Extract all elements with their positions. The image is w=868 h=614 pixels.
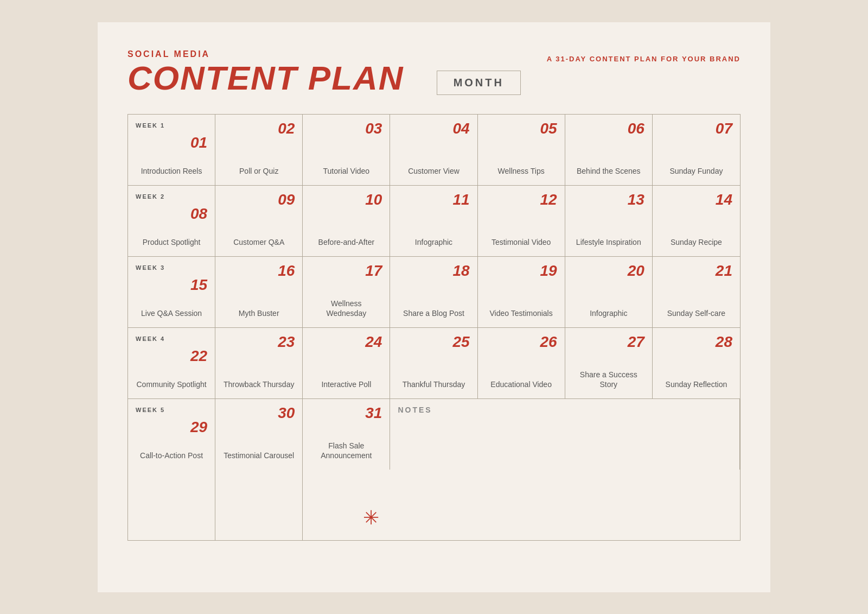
cal-cell: 31Flash Sale Announcement <box>303 399 390 470</box>
week-row-5: WEEK 529Call-to-Action Post30Testimonial… <box>128 399 740 540</box>
cell-number: 14 <box>716 192 732 207</box>
cell-number: 19 <box>540 263 557 278</box>
cell-content: Tutorial Video <box>310 166 382 176</box>
cell-content: Introduction Reels <box>136 166 207 176</box>
cell-number: 21 <box>716 263 732 278</box>
cal-cell: NOTES <box>390 399 740 470</box>
cal-cell: 05Wellness Tips <box>478 115 565 185</box>
cal-cell: WEEK 101Introduction Reels <box>128 115 215 185</box>
cell-number: 09 <box>278 192 295 207</box>
week-label: WEEK 2 <box>136 193 165 200</box>
cell-number: 02 <box>278 121 295 136</box>
cell-content: Testimonial Video <box>486 237 557 247</box>
cell-content: Sunday Reflection <box>660 379 732 389</box>
cell-content: Thankful Thursday <box>398 379 469 389</box>
cell-content: Flash Sale Announcement <box>310 441 382 460</box>
content-plan-title: CONTENT PLAN <box>127 61 404 95</box>
cal-cell: ✳ <box>303 470 390 540</box>
cal-cell: 21Sunday Self-care <box>653 257 740 327</box>
cell-content: Community Spotlight <box>136 379 207 389</box>
cal-cell: 04Customer View <box>390 115 477 185</box>
cell-number: 16 <box>278 263 295 278</box>
cell-content: Before-and-After <box>310 237 382 247</box>
week-label: WEEK 5 <box>136 407 165 413</box>
cell-number: 17 <box>365 263 382 278</box>
cell-number: 29 <box>190 420 207 435</box>
cal-cell: 30Testimonial Carousel <box>215 399 303 470</box>
cell-content: Testimonial Carousel <box>223 451 295 460</box>
cell-content: Poll or Quiz <box>223 166 295 176</box>
cell-content: Video Testimonials <box>486 308 557 318</box>
cell-number: 13 <box>628 192 644 207</box>
cell-number: 31 <box>365 406 382 421</box>
cell-content: Infographic <box>573 308 644 318</box>
cell-content: Sunday Funday <box>660 166 732 176</box>
cell-number: 12 <box>540 192 557 207</box>
header-right: A 31-DAY CONTENT PLAN FOR YOUR BRAND <box>547 49 741 63</box>
cell-content: Product Spotlight <box>136 237 207 247</box>
cell-content: Myth Buster <box>223 308 295 318</box>
cell-number: 15 <box>190 277 207 293</box>
calendar: WEEK 101Introduction Reels02Poll or Quiz… <box>127 114 741 541</box>
cal-cell: 11Infographic <box>390 186 477 256</box>
cell-number: 18 <box>452 263 469 278</box>
cal-cell: 14Sunday Recipe <box>653 186 740 256</box>
cal-cell: 28Sunday Reflection <box>653 328 740 398</box>
notes-label: NOTES <box>398 406 432 414</box>
header-section: SOCIAL MEDIA CONTENT PLAN MONTH A 31-DAY… <box>127 49 741 95</box>
cell-content: Share a Success Story <box>573 370 644 389</box>
cal-cell: WEEK 422Community Spotlight <box>128 328 215 398</box>
cal-cell: 03Tutorial Video <box>303 115 390 185</box>
cal-cell: 07Sunday Funday <box>653 115 740 185</box>
cell-number: 23 <box>278 334 295 350</box>
week-label: WEEK 4 <box>136 336 165 342</box>
cal-cell: 10Before-and-After <box>303 186 390 256</box>
cell-content: Throwback Thursday <box>223 379 295 389</box>
cal-cell: 17Wellness Wednesday <box>303 257 390 327</box>
cell-content: Wellness Tips <box>486 166 557 176</box>
cal-cell: 16Myth Buster <box>215 257 303 327</box>
week-label: WEEK 3 <box>136 264 165 271</box>
cal-cell: 06Behind the Scenes <box>565 115 653 185</box>
cell-number: 24 <box>365 334 382 350</box>
cell-content: Share a Blog Post <box>398 308 469 318</box>
week-row-4: WEEK 422Community Spotlight23Throwback T… <box>128 328 740 399</box>
month-label: MONTH <box>454 77 504 88</box>
cal-cell: 24Interactive Poll <box>303 328 390 398</box>
cell-number: 10 <box>365 192 382 207</box>
cell-content: Customer View <box>398 166 469 176</box>
cell-content: Lifestyle Inspiration <box>573 237 644 247</box>
cal-cell: 12Testimonial Video <box>478 186 565 256</box>
cell-content: Interactive Poll <box>310 379 382 389</box>
cal-cell: WEEK 315Live Q&A Session <box>128 257 215 327</box>
cell-number: 26 <box>540 334 557 350</box>
cell-number: 06 <box>628 121 644 136</box>
cell-number: 11 <box>452 192 469 207</box>
cal-cell: 20Infographic <box>565 257 653 327</box>
cell-number: 30 <box>278 406 295 421</box>
month-box: MONTH <box>437 71 521 95</box>
cal-cell: 13Lifestyle Inspiration <box>565 186 653 256</box>
cell-number: 07 <box>716 121 732 136</box>
cal-cell: 02Poll or Quiz <box>215 115 303 185</box>
social-media-label: SOCIAL MEDIA <box>127 49 521 59</box>
cell-number: 20 <box>628 263 644 278</box>
week-row-3: WEEK 315Live Q&A Session16Myth Buster17W… <box>128 257 740 328</box>
cal-cell: 09Customer Q&A <box>215 186 303 256</box>
cell-number: 03 <box>365 121 382 136</box>
cal-cell <box>215 470 303 540</box>
cell-content: Sunday Recipe <box>660 237 732 247</box>
cal-cell: 19Video Testimonials <box>478 257 565 327</box>
week-row-1: WEEK 101Introduction Reels02Poll or Quiz… <box>128 115 740 186</box>
week-label: WEEK 1 <box>136 122 165 129</box>
cal-cell: WEEK 208Product Spotlight <box>128 186 215 256</box>
cell-content: Call-to-Action Post <box>136 451 207 460</box>
cell-content: Live Q&A Session <box>136 308 207 318</box>
cell-number: 05 <box>540 121 557 136</box>
cell-content: Behind the Scenes <box>573 166 644 176</box>
tagline: A 31-DAY CONTENT PLAN FOR YOUR BRAND <box>547 55 741 63</box>
cal-cell: 25Thankful Thursday <box>390 328 477 398</box>
cell-content: Educational Video <box>486 379 557 389</box>
cal-cell <box>128 470 215 540</box>
cell-content: Sunday Self-care <box>660 308 732 318</box>
